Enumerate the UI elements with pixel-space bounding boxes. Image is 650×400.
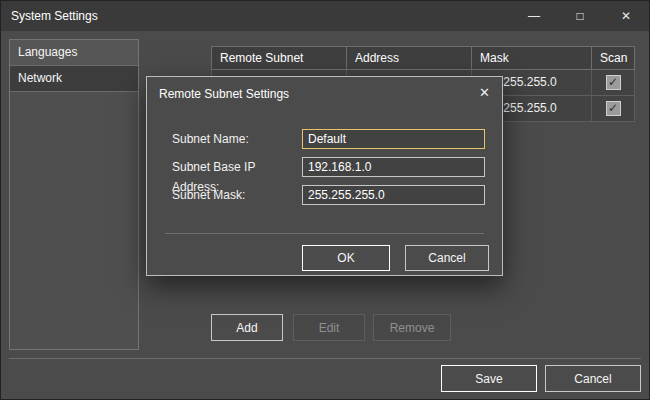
column-header-address[interactable]: Address xyxy=(347,47,472,69)
subnet-name-input[interactable] xyxy=(302,129,485,149)
subnet-mask-input[interactable] xyxy=(302,185,485,205)
close-button[interactable]: ✕ xyxy=(603,1,649,31)
save-button[interactable]: Save xyxy=(441,365,537,392)
cell-scan: ✓ xyxy=(592,70,634,95)
remote-subnet-settings-dialog: Remote Subnet Settings ✕ Subnet Name: Su… xyxy=(146,76,503,276)
footer-divider xyxy=(9,358,641,359)
column-header-mask[interactable]: Mask xyxy=(472,47,592,69)
edit-button[interactable]: Edit xyxy=(293,314,365,341)
dialog-title: Remote Subnet Settings xyxy=(159,87,289,101)
ok-button[interactable]: OK xyxy=(302,245,390,271)
dialog-divider xyxy=(165,233,484,234)
column-header-scan[interactable]: Scan xyxy=(592,47,634,69)
subnet-name-label: Subnet Name: xyxy=(172,129,302,149)
check-icon: ✓ xyxy=(608,75,618,89)
close-icon: ✕ xyxy=(621,9,631,23)
minimize-button[interactable]: — xyxy=(511,1,557,31)
column-header-remote-subnet[interactable]: Remote Subnet xyxy=(212,47,347,69)
dialog-cancel-button[interactable]: Cancel xyxy=(405,245,489,271)
window-title: System Settings xyxy=(1,9,98,23)
cancel-button[interactable]: Cancel xyxy=(545,365,641,392)
close-icon: ✕ xyxy=(479,85,490,100)
titlebar: System Settings — □ ✕ xyxy=(1,1,649,31)
dialog-close-button[interactable]: ✕ xyxy=(479,85,490,100)
sidebar-item-network[interactable]: Network xyxy=(10,66,138,92)
maximize-button[interactable]: □ xyxy=(557,1,603,31)
scan-checkbox[interactable]: ✓ xyxy=(606,101,621,116)
add-button[interactable]: Add xyxy=(211,314,283,341)
sidebar-item-languages[interactable]: Languages xyxy=(10,40,138,66)
settings-category-list: Languages Network xyxy=(9,39,139,350)
window-controls: — □ ✕ xyxy=(511,1,649,31)
scan-checkbox[interactable]: ✓ xyxy=(606,75,621,90)
cell-scan: ✓ xyxy=(592,96,634,121)
subnet-mask-label: Subnet Mask: xyxy=(172,185,302,205)
maximize-icon: □ xyxy=(576,9,583,23)
subnet-base-ip-input[interactable] xyxy=(302,157,485,177)
subnet-table-header: Remote Subnet Address Mask Scan xyxy=(211,46,635,70)
check-icon: ✓ xyxy=(608,101,618,115)
remove-button[interactable]: Remove xyxy=(373,314,451,341)
system-settings-window: System Settings — □ ✕ Languages Network … xyxy=(0,0,650,400)
minimize-icon: — xyxy=(528,9,540,23)
